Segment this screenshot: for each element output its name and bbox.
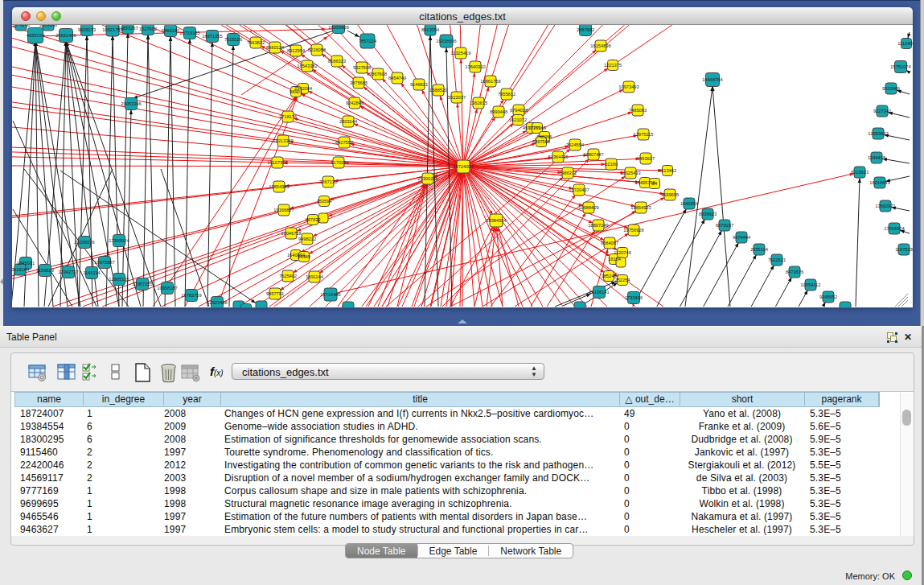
svg-text:11325419: 11325419 <box>451 51 471 56</box>
svg-text:2803144: 2803144 <box>339 119 357 124</box>
svg-text:12342737: 12342737 <box>58 270 78 274</box>
svg-text:18724007: 18724007 <box>453 164 473 169</box>
svg-text:9498222: 9498222 <box>298 237 316 241</box>
svg-text:1640954: 1640954 <box>680 201 698 206</box>
svg-text:1221375: 1221375 <box>604 63 622 68</box>
svg-text:1112406: 1112406 <box>897 41 913 46</box>
svg-text:867833: 867833 <box>306 217 321 222</box>
svg-text:6466160: 6466160 <box>162 28 179 33</box>
svg-text:13640910: 13640910 <box>465 64 485 69</box>
svg-text:1674246: 1674246 <box>12 25 30 27</box>
svg-text:19654923: 19654923 <box>630 205 651 210</box>
svg-text:10719185: 10719185 <box>179 31 199 35</box>
svg-text:12905135: 12905135 <box>109 277 129 282</box>
svg-text:16033809: 16033809 <box>328 25 348 30</box>
svg-text:1145114: 1145114 <box>83 270 100 275</box>
svg-text:15716485: 15716485 <box>320 292 340 297</box>
svg-text:19218506: 19218506 <box>436 39 456 43</box>
svg-text:16961758: 16961758 <box>480 79 500 84</box>
svg-text:18807249: 18807249 <box>588 223 608 228</box>
svg-text:12093822: 12093822 <box>868 131 888 136</box>
svg-text:7632621: 7632621 <box>768 257 786 262</box>
svg-text:1244415: 1244415 <box>868 155 885 160</box>
svg-text:9513462: 9513462 <box>659 168 676 173</box>
svg-text:8186323: 8186323 <box>328 59 346 64</box>
svg-text:2718176: 2718176 <box>279 114 297 119</box>
svg-text:817006: 817006 <box>331 160 347 165</box>
svg-text:8938923: 8938923 <box>699 212 717 216</box>
svg-text:6497568: 6497568 <box>532 139 550 144</box>
svg-text:12213369: 12213369 <box>273 138 293 143</box>
svg-text:19756928: 19756928 <box>623 228 643 233</box>
svg-text:3875685: 3875685 <box>350 80 368 85</box>
svg-text:16543382: 16543382 <box>297 64 317 68</box>
svg-text:9084067: 9084067 <box>601 241 618 245</box>
svg-text:10807487: 10807487 <box>583 152 603 157</box>
svg-text:20206576: 20206576 <box>74 240 94 245</box>
svg-text:1120746: 1120746 <box>614 250 631 255</box>
svg-text:9245652: 9245652 <box>819 295 837 299</box>
svg-text:10653267: 10653267 <box>117 26 138 31</box>
svg-text:1167533: 1167533 <box>895 247 913 252</box>
svg-text:20691406: 20691406 <box>55 33 76 38</box>
svg-text:3267130: 3267130 <box>319 179 337 184</box>
svg-text:9242848: 9242848 <box>346 101 363 105</box>
svg-text:8990448: 8990448 <box>490 109 507 114</box>
svg-text:9605173: 9605173 <box>78 27 96 32</box>
svg-text:10046758: 10046758 <box>281 231 301 236</box>
svg-text:1588520: 1588520 <box>429 88 447 93</box>
svg-text:9323966: 9323966 <box>882 86 900 91</box>
svg-text:5322037: 5322037 <box>448 95 466 100</box>
svg-text:1845061: 1845061 <box>17 261 35 266</box>
svg-text:16671355: 16671355 <box>202 34 222 39</box>
svg-text:7955812: 7955812 <box>498 92 515 97</box>
svg-text:7515526: 7515526 <box>224 37 242 42</box>
svg-text:7625402: 7625402 <box>279 274 297 278</box>
svg-text:10654112: 10654112 <box>801 282 821 287</box>
svg-text:21364436: 21364436 <box>548 154 568 159</box>
svg-text:12975115: 12975115 <box>634 132 654 137</box>
svg-text:12923488: 12923488 <box>207 300 227 305</box>
svg-text:10973493: 10973493 <box>618 84 639 89</box>
svg-text:7857224: 7857224 <box>359 39 376 43</box>
svg-text:8471676: 8471676 <box>786 270 803 274</box>
svg-text:8660124: 8660124 <box>266 45 284 50</box>
svg-text:16107552: 16107552 <box>267 160 287 165</box>
svg-text:1621072: 1621072 <box>509 117 527 122</box>
svg-text:17016504: 17016504 <box>884 226 904 231</box>
svg-text:8813054: 8813054 <box>421 27 439 32</box>
svg-text:2935114: 2935114 <box>750 247 768 252</box>
svg-text:10975887: 10975887 <box>94 260 114 265</box>
svg-text:7663822: 7663822 <box>247 40 265 45</box>
svg-text:99489: 99489 <box>298 254 310 259</box>
svg-text:6879197: 6879197 <box>716 223 733 228</box>
svg-text:10025433: 10025433 <box>620 171 640 175</box>
svg-text:3915164: 3915164 <box>12 267 29 272</box>
svg-text:9227342: 9227342 <box>873 109 891 113</box>
svg-text:15751074: 15751074 <box>890 64 910 69</box>
svg-text:2089140: 2089140 <box>39 25 57 27</box>
svg-text:9327508: 9327508 <box>353 65 371 70</box>
svg-text:10688609: 10688609 <box>578 205 598 210</box>
svg-text:6794028: 6794028 <box>510 108 528 113</box>
svg-text:16782759: 16782759 <box>181 293 201 298</box>
svg-text:9699695: 9699695 <box>661 192 679 197</box>
svg-text:3624554: 3624554 <box>566 142 584 147</box>
svg-text:9474444: 9474444 <box>733 235 750 240</box>
svg-text:1362615: 1362615 <box>470 101 487 105</box>
svg-text:7485063: 7485063 <box>629 108 647 113</box>
svg-text:17359924: 17359924 <box>109 238 129 243</box>
svg-text:16648784: 16648784 <box>702 77 722 82</box>
svg-text:1691144: 1691144 <box>306 274 323 279</box>
svg-text:19166827: 19166827 <box>273 208 294 212</box>
svg-text:14136141: 14136141 <box>589 290 609 295</box>
svg-text:19654985: 19654985 <box>269 184 289 189</box>
svg-text:8226058: 8226058 <box>308 47 326 52</box>
svg-text:8912954: 8912954 <box>287 48 305 53</box>
svg-text:62160: 62160 <box>605 162 618 167</box>
svg-text:4055724: 4055724 <box>27 33 44 38</box>
svg-text:9777169: 9777169 <box>528 126 546 130</box>
svg-text:16210643: 16210643 <box>869 180 889 185</box>
svg-text:25300285: 25300285 <box>417 176 437 181</box>
svg-text:10958187: 10958187 <box>157 286 177 290</box>
